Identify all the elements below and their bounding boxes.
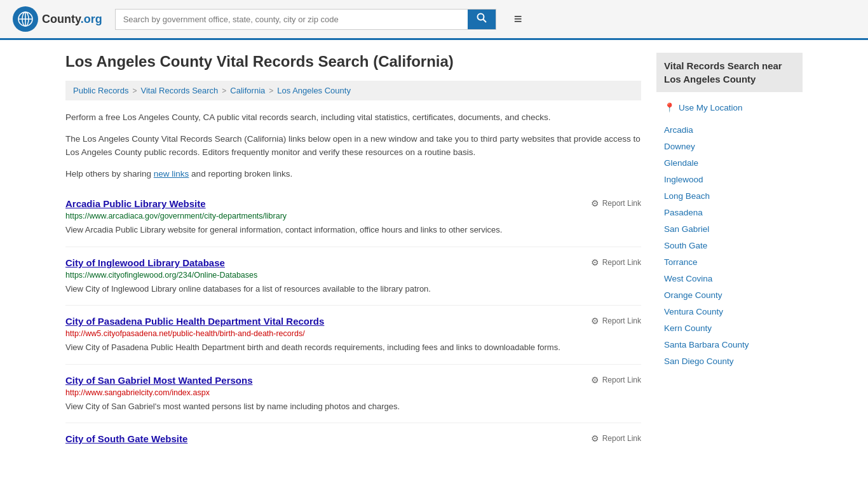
sidebar-item: Arcadia: [656, 121, 803, 138]
sidebar-link-kern-county[interactable]: Kern County: [664, 323, 712, 333]
report-icon: ⚙: [591, 375, 599, 385]
sidebar-item: Ventura County: [656, 303, 803, 320]
sidebar-item: Santa Barbara County: [656, 336, 803, 353]
result-header: City of San Gabriel Most Wanted Persons …: [65, 375, 641, 386]
breadcrumb-sep-2: >: [222, 86, 226, 95]
sidebar-item: San Diego County: [656, 353, 803, 369]
result-desc: View Arcadia Public Library website for …: [65, 224, 641, 236]
sidebar-link-west-covina[interactable]: West Covina: [664, 274, 712, 283]
use-location-label: Use My Location: [679, 103, 743, 112]
sidebar-link-arcadia[interactable]: Arcadia: [664, 125, 693, 135]
sidebar-item: San Gabriel: [656, 220, 803, 237]
sidebar-item: West Covina: [656, 270, 803, 287]
search-input[interactable]: [116, 10, 468, 29]
site-logo[interactable]: County.org: [13, 6, 102, 32]
svg-point-4: [477, 14, 484, 20]
result-title[interactable]: Arcadia Public Library Website: [65, 198, 206, 209]
result-header: City of Inglewood Library Database ⚙ Rep…: [65, 257, 641, 268]
result-url[interactable]: https://www.cityofinglewood.org/234/Onli…: [65, 271, 641, 280]
result-item: City of Pasadena Public Health Departmen…: [65, 306, 641, 365]
report-icon: ⚙: [591, 198, 599, 208]
report-link[interactable]: ⚙ Report Link: [591, 433, 641, 444]
report-label: Report Link: [602, 258, 641, 267]
page-title: Los Angeles County Vital Records Search …: [65, 53, 641, 71]
breadcrumb-vital-records[interactable]: Vital Records Search: [140, 86, 218, 95]
search-button[interactable]: [468, 10, 496, 29]
breadcrumb-public-records[interactable]: Public Records: [73, 86, 128, 95]
report-label: Report Link: [602, 376, 641, 384]
main-content: Los Angeles County Vital Records Search …: [65, 53, 641, 457]
report-link[interactable]: ⚙ Report Link: [591, 375, 641, 385]
sidebar-link-orange-county[interactable]: Orange County: [664, 290, 722, 300]
report-label: Report Link: [602, 434, 641, 443]
result-item: Arcadia Public Library Website ⚙ Report …: [65, 188, 641, 247]
breadcrumb: Public Records > Vital Records Search > …: [65, 81, 641, 100]
logo-text: County.org: [42, 13, 102, 26]
result-header: City of Pasadena Public Health Departmen…: [65, 316, 641, 327]
description-3: Help others by sharing new links and rep…: [65, 167, 641, 181]
new-links-link[interactable]: new links: [154, 169, 189, 179]
result-desc: View City of Inglewood Library online da…: [65, 283, 641, 295]
search-bar: [115, 9, 496, 30]
breadcrumb-sep-1: >: [132, 86, 137, 95]
result-header: Arcadia Public Library Website ⚙ Report …: [65, 198, 641, 209]
site-header: County.org ≡: [0, 0, 868, 40]
result-url[interactable]: http://www.sangabrielcity.com/index.aspx: [65, 388, 641, 397]
sidebar-item: Pasadena: [656, 204, 803, 220]
sidebar-link-san-diego-county[interactable]: San Diego County: [664, 356, 734, 366]
report-link[interactable]: ⚙ Report Link: [591, 316, 641, 326]
sidebar-link-downey[interactable]: Downey: [664, 142, 695, 151]
sidebar-link-san-gabriel[interactable]: San Gabriel: [664, 224, 709, 234]
sidebar-links: Arcadia Downey Glendale Inglewood Long B…: [656, 121, 803, 369]
report-icon: ⚙: [591, 257, 599, 268]
result-item: City of San Gabriel Most Wanted Persons …: [65, 365, 641, 424]
sidebar-header: Vital Records Search near Los Angeles Co…: [656, 53, 803, 92]
result-item: City of Inglewood Library Database ⚙ Rep…: [65, 247, 641, 306]
desc3-prefix: Help others by sharing: [65, 169, 154, 179]
sidebar-link-torrance[interactable]: Torrance: [664, 257, 698, 267]
sidebar-item: Torrance: [656, 254, 803, 270]
description-1: Perform a free Los Angeles County, CA pu…: [65, 111, 641, 125]
report-label: Report Link: [602, 199, 641, 208]
report-link[interactable]: ⚙ Report Link: [591, 198, 641, 208]
description-2: The Los Angeles County Vital Records Sea…: [65, 132, 641, 159]
page-container: Los Angeles County Vital Records Search …: [53, 40, 815, 470]
sidebar-link-pasadena[interactable]: Pasadena: [664, 208, 703, 217]
results-list: Arcadia Public Library Website ⚙ Report …: [65, 188, 641, 457]
sidebar-link-inglewood[interactable]: Inglewood: [664, 175, 703, 184]
sidebar-item: Orange County: [656, 287, 803, 303]
report-icon: ⚙: [591, 433, 599, 444]
breadcrumb-la-county[interactable]: Los Angeles County: [277, 86, 351, 95]
sidebar-link-santa-barbara-county[interactable]: Santa Barbara County: [664, 340, 749, 349]
breadcrumb-sep-3: >: [269, 86, 273, 95]
sidebar-item: Inglewood: [656, 171, 803, 187]
logo-icon: [13, 6, 38, 32]
use-my-location[interactable]: 📍 Use My Location: [656, 98, 803, 116]
svg-line-5: [483, 20, 486, 23]
sidebar-link-glendale[interactable]: Glendale: [664, 158, 698, 168]
result-url[interactable]: http://ww5.cityofpasadena.net/public-hea…: [65, 329, 641, 338]
sidebar: Vital Records Search near Los Angeles Co…: [656, 53, 803, 457]
sidebar-link-ventura-county[interactable]: Ventura County: [664, 307, 723, 316]
sidebar-link-south-gate[interactable]: South Gate: [664, 241, 707, 250]
result-title[interactable]: City of Inglewood Library Database: [65, 257, 225, 268]
result-desc: View City of Pasadena Public Health Depa…: [65, 341, 641, 354]
result-title[interactable]: City of South Gate Website: [65, 433, 187, 444]
result-url[interactable]: https://www.arcadiaca.gov/government/cit…: [65, 212, 641, 220]
result-item: City of South Gate Website ⚙ Report Link: [65, 423, 641, 457]
sidebar-item: Glendale: [656, 154, 803, 171]
sidebar-item: Downey: [656, 138, 803, 154]
sidebar-item: Kern County: [656, 320, 803, 336]
breadcrumb-california[interactable]: California: [230, 86, 265, 95]
report-link[interactable]: ⚙ Report Link: [591, 257, 641, 268]
sidebar-item: Long Beach: [656, 187, 803, 204]
result-desc: View City of San Gabriel's most wanted p…: [65, 400, 641, 413]
menu-button[interactable]: ≡: [514, 11, 522, 27]
sidebar-item: South Gate: [656, 237, 803, 254]
result-title[interactable]: City of Pasadena Public Health Departmen…: [65, 316, 324, 327]
location-pin-icon: 📍: [664, 102, 675, 112]
report-label: Report Link: [602, 316, 641, 325]
result-header: City of South Gate Website ⚙ Report Link: [65, 433, 641, 444]
sidebar-link-long-beach[interactable]: Long Beach: [664, 191, 710, 201]
result-title[interactable]: City of San Gabriel Most Wanted Persons: [65, 375, 253, 386]
